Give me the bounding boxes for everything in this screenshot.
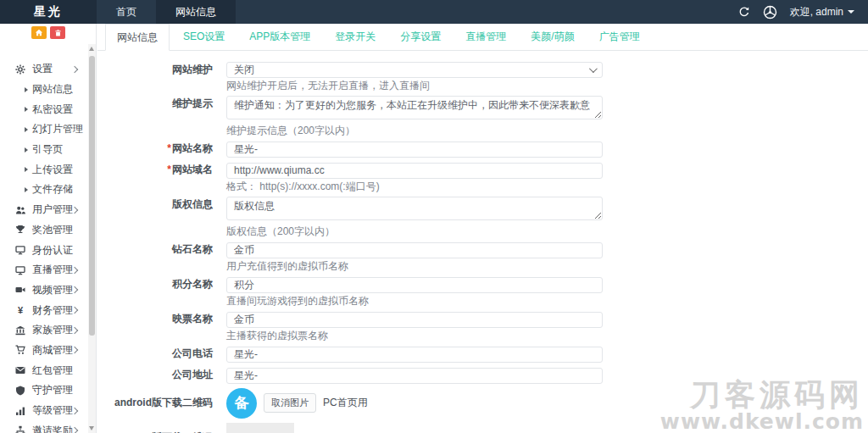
sidebar-item-guide-page[interactable]: 引导页: [0, 140, 87, 160]
trash-button[interactable]: [50, 26, 65, 39]
company-address-input[interactable]: [226, 368, 603, 384]
chevron-down-icon: [848, 10, 854, 14]
cancel-image-button[interactable]: 取消图片: [264, 393, 316, 413]
triangle-icon: [25, 87, 28, 92]
iphone-qr-placeholder[interactable]: [226, 423, 294, 433]
sidebar-scrollbar: [88, 44, 96, 433]
sidebar-menu: 设置 网站信息 私密设置 幻灯片管理 引导页 上传设置 文件存储 用户管理 奖池…: [0, 59, 87, 433]
required-marker: *: [167, 164, 171, 175]
form-row-maintenance: 网站维护 关闭 网站维护开启后，无法开启直播，进入直播间: [97, 62, 868, 92]
diamond-name-input[interactable]: [226, 242, 603, 258]
tab-beauty[interactable]: 美颜/萌颜: [520, 24, 585, 50]
copyright-textarea[interactable]: 版权信息: [226, 197, 603, 220]
field-label: 钻石名称: [97, 241, 226, 258]
required-marker: *: [167, 142, 171, 154]
triangle-icon: [25, 127, 28, 132]
triangle-icon: [25, 107, 28, 112]
company-phone-input[interactable]: [226, 347, 603, 363]
scroll-up-icon[interactable]: [89, 47, 94, 51]
sidebar-item-live-management[interactable]: 直播管理: [0, 260, 87, 280]
sidebar-item-red-packet[interactable]: 红包管理: [0, 360, 87, 380]
sidebar-item-label: 财务管理: [32, 303, 73, 318]
maintenance-tip-textarea[interactable]: 维护通知：为了更好的为您服务，本站正在升级维护中，因此带来不便深表歉意: [226, 96, 603, 119]
points-name-input[interactable]: [226, 277, 603, 293]
field-help: 主播获得的虚拟票名称: [226, 330, 603, 341]
top-menu-item-home[interactable]: 首页: [97, 0, 156, 24]
site-domain-input[interactable]: [226, 163, 603, 179]
tab-seo-settings[interactable]: SEO设置: [172, 24, 236, 50]
monitor-icon: [14, 245, 26, 255]
form-row-copyright: 版权信息 版权信息 版权信息（200字以内）: [97, 197, 868, 237]
sidebar-item-upload-settings[interactable]: 上传设置: [0, 159, 87, 180]
form-row-site-domain: *网站域名 格式： http(s)://xxxx.com(:端口号): [97, 162, 868, 192]
sidebar-item-settings[interactable]: 设置: [0, 59, 87, 80]
sidebar-item-label: 幻灯片管理: [32, 122, 83, 136]
form-row-diamond-name: 钻石名称 用户充值得到的虚拟币名称: [97, 241, 868, 272]
sidebar-item-level-management[interactable]: 等级管理: [0, 401, 87, 421]
form-row-ticket-name: 映票名称 主播获得的虚拟票名称: [97, 311, 868, 341]
envelope-icon: [14, 365, 26, 375]
top-menu-item-site-info[interactable]: 网站信息: [156, 0, 236, 24]
tab-login-switch[interactable]: 登录开关: [324, 24, 387, 50]
tab-share-settings[interactable]: 分享设置: [389, 24, 452, 50]
yen-icon: ¥: [14, 305, 26, 315]
sidebar-item-site-info[interactable]: 网站信息: [0, 80, 87, 100]
sidebar-item-label: 红包管理: [32, 364, 73, 378]
refresh-icon[interactable]: [738, 6, 750, 18]
chevron-right-icon: [71, 427, 78, 433]
sidebar-item-label: 引导页: [32, 142, 63, 157]
field-help: 网站维护开启后，无法开启直播，进入直播间: [226, 80, 603, 92]
sidebar-item-mall-management[interactable]: 商城管理: [0, 341, 87, 361]
selected-value: 关闭: [234, 63, 254, 77]
user-menu[interactable]: 欢迎, admin: [790, 5, 854, 19]
home-button[interactable]: [31, 26, 47, 39]
tab-app-version[interactable]: APP版本管理: [238, 24, 321, 50]
sidebar-item-label: 身份认证: [32, 243, 73, 258]
wheel-icon[interactable]: [763, 5, 777, 19]
users-icon: [14, 205, 26, 215]
shield-icon: [14, 386, 26, 396]
sidebar-item-guard-management[interactable]: 守护管理: [0, 380, 87, 401]
triangle-icon: [25, 187, 28, 192]
sidebar-item-invite-reward[interactable]: 邀请奖励: [0, 420, 87, 433]
sidebar-item-video-management[interactable]: 视频管理: [0, 280, 87, 301]
top-menu: 首页 网站信息: [97, 0, 236, 24]
field-label: 映票名称: [97, 311, 226, 327]
tab-live-management[interactable]: 直播管理: [454, 24, 517, 50]
triangle-icon: [25, 147, 28, 153]
android-qr-thumbnail[interactable]: 备: [226, 388, 257, 419]
field-label: 版权信息: [97, 197, 226, 213]
topbar-right: 欢迎, admin: [738, 0, 868, 24]
sidebar: 设置 网站信息 私密设置 幻灯片管理 引导页 上传设置 文件存储 用户管理 奖池…: [0, 24, 97, 433]
tab-site-info[interactable]: 网站信息: [105, 24, 170, 51]
sidebar-item-file-storage[interactable]: 文件存储: [0, 180, 87, 200]
sidebar-item-label: 文件存储: [32, 182, 73, 197]
field-help: 格式： http(s)://xxxx.com(:端口号): [226, 181, 603, 192]
sidebar-item-privacy-settings[interactable]: 私密设置: [0, 99, 87, 119]
form-row-company-phone: 公司电话: [97, 346, 868, 363]
sidebar-item-label: 邀请奖励: [32, 424, 73, 433]
sidebar-item-family-management[interactable]: 家族管理: [0, 320, 87, 341]
sidebar-item-prize-pool[interactable]: 奖池管理: [0, 220, 87, 241]
sidebar-item-identity-verify[interactable]: 身份认证: [0, 240, 87, 260]
content-tabs: 网站信息 SEO设置 APP版本管理 登录开关 分享设置 直播管理 美颜/萌颜 …: [97, 24, 868, 51]
form-row-company-address: 公司地址: [97, 367, 868, 384]
scrollbar-thumb[interactable]: [89, 56, 95, 336]
sidebar-item-label: 家族管理: [32, 323, 73, 337]
maintenance-select[interactable]: 关闭: [226, 62, 603, 78]
sidebar-item-label: 视频管理: [32, 283, 73, 297]
sidebar-item-user-management[interactable]: 用户管理: [0, 200, 87, 220]
sidebar-item-slideshow[interactable]: 幻灯片管理: [0, 119, 87, 140]
sidebar-item-finance-management[interactable]: ¥ 财务管理: [0, 300, 87, 320]
site-name-input[interactable]: [226, 142, 603, 158]
sidebar-item-label: 网站信息: [32, 82, 73, 97]
tab-ad-management[interactable]: 广告管理: [588, 24, 651, 50]
field-help: 直播间玩游戏得到的虚拟币名称: [226, 296, 603, 307]
field-label: 公司地址: [97, 367, 226, 383]
cart-icon: [14, 345, 26, 355]
ticket-name-input[interactable]: [226, 312, 603, 328]
form-row-android-qr: android版下载二维码 备 取消图片 PC首页用: [97, 388, 868, 419]
form-row-maintenance-tip: 维护提示 维护通知：为了更好的为您服务，本站正在升级维护中，因此带来不便深表歉意…: [97, 96, 868, 136]
app-logo[interactable]: 星光: [0, 0, 97, 24]
scroll-down-icon[interactable]: [89, 426, 94, 430]
